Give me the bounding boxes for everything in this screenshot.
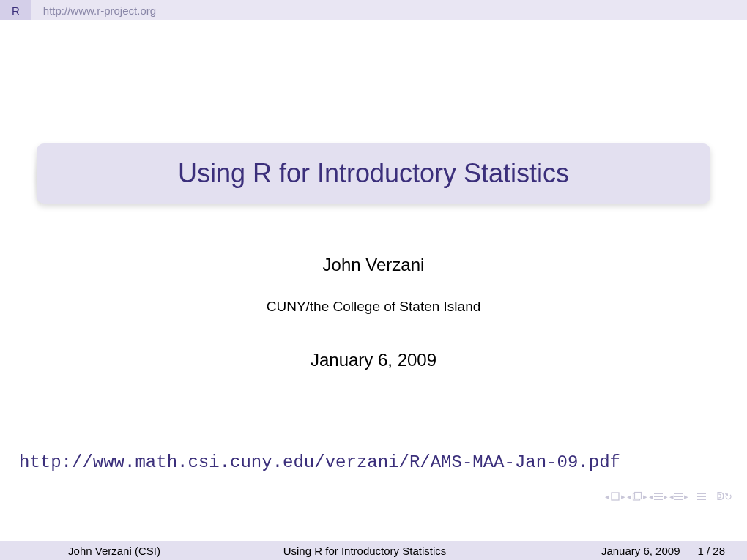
back-forward-icon[interactable]: ↁ [716, 490, 723, 503]
affiliation: CUNY/the College of Staten Island [0, 299, 747, 315]
section-icon[interactable] [674, 492, 683, 501]
author-name: John Verzani [0, 255, 747, 275]
source-url[interactable]: http://www.math.csi.cuny.edu/verzani/R/A… [19, 452, 620, 472]
prev-frame-icon[interactable]: ◂ [627, 492, 631, 501]
subsection-icon[interactable] [654, 492, 663, 501]
prev-section-icon[interactable]: ◂ [669, 492, 674, 501]
svg-rect-2 [635, 493, 642, 499]
header-subsection-label: http://www.r-project.org [43, 4, 156, 17]
footer-title: Using R for Introductory Statistics [228, 545, 501, 557]
slide-nav-group[interactable]: ◂ ▸ [605, 491, 625, 501]
doc-nav-icon[interactable] [697, 492, 706, 501]
footer-bar: John Verzani (CSI) Using R for Introduct… [0, 541, 747, 560]
presentation-date: January 6, 2009 [0, 350, 747, 370]
title-block: Using R for Introductory Statistics [37, 143, 710, 204]
header-nav: R http://www.r-project.org [0, 0, 747, 20]
header-tab-label: R [12, 4, 20, 17]
prev-slide-icon[interactable]: ◂ [605, 492, 609, 501]
search-forward-icon[interactable]: ↻ [724, 491, 732, 502]
next-frame-icon[interactable]: ▸ [643, 492, 647, 501]
next-slide-icon[interactable]: ▸ [621, 492, 625, 501]
section-nav-group[interactable]: ◂ ▸ [669, 492, 688, 501]
slide-icon[interactable] [610, 491, 620, 501]
prev-subsection-icon[interactable]: ◂ [649, 492, 653, 501]
slide-body: Using R for Introductory Statistics John… [0, 20, 747, 523]
frame-icon[interactable] [632, 491, 642, 501]
footer-meta: January 6, 2009 1 / 28 [501, 545, 747, 557]
subsection-nav-group[interactable]: ◂ ▸ [649, 492, 668, 501]
header-section-tab[interactable]: R [0, 0, 31, 20]
frame-nav-group[interactable]: ◂ ▸ [627, 491, 647, 501]
beamer-nav-symbols: ◂ ▸ ◂ ▸ ◂ ▸ ◂ ▸ ↁ ↻ [605, 490, 732, 503]
header-subsection[interactable]: http://www.r-project.org [31, 0, 747, 20]
footer-author: John Verzani (CSI) [0, 545, 228, 557]
next-subsection-icon[interactable]: ▸ [664, 492, 668, 501]
next-section-icon[interactable]: ▸ [684, 492, 688, 501]
presentation-title: Using R for Introductory Statistics [178, 158, 569, 189]
footer-page-number: 1 / 28 [697, 545, 725, 557]
svg-rect-0 [612, 493, 619, 500]
footer-date: January 6, 2009 [601, 545, 680, 557]
